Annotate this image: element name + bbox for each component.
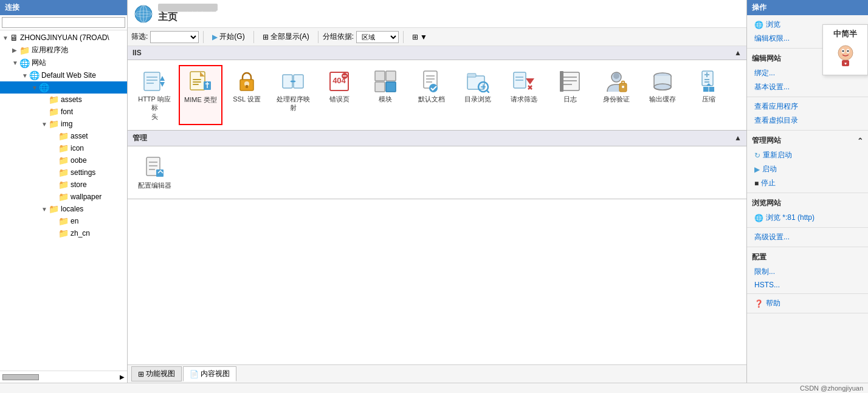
- globe-icon: 🌐: [19, 58, 30, 68]
- logging-label: 日志: [563, 95, 577, 103]
- tree-item-wallpaper[interactable]: ▶ 📁 wallpaper: [0, 191, 127, 203]
- config-editor-label: 配置编辑器: [138, 181, 171, 190]
- restart-label: 重新启动: [763, 150, 792, 160]
- action-help[interactable]: ❓ 帮助: [747, 296, 868, 310]
- ssl-label: SSL 设置: [233, 95, 260, 103]
- feature-view-icon: ⊞: [138, 370, 144, 378]
- grid-icon: ⊞: [412, 33, 418, 41]
- action-stop[interactable]: ■ 停止: [747, 176, 868, 190]
- icon-request-filter[interactable]: 请求筛选: [502, 65, 546, 125]
- tree-item-font[interactable]: ▶ 📁 font: [0, 106, 127, 118]
- horizontal-scrollbar-thumb[interactable]: [2, 374, 39, 380]
- icon-output-cache[interactable]: 输出缓存: [641, 65, 684, 125]
- tree-item-store[interactable]: ▶ 📁 store: [0, 179, 127, 191]
- credit-text: CSDN @zhongjiyuan: [800, 384, 863, 392]
- tree-item-defaultwebsite[interactable]: ▼ 🌐 Default Web Site: [0, 69, 127, 81]
- sidebar-search-input[interactable]: [2, 17, 125, 28]
- folder-icon: 📁: [58, 168, 69, 177]
- action-limits[interactable]: 限制...: [747, 265, 868, 279]
- tree-item-current-site[interactable]: ▼ 🌐: [0, 81, 127, 94]
- config-section-header: 配置: [747, 250, 868, 265]
- tree-item-asset[interactable]: ▶ 📁 asset: [0, 130, 127, 142]
- svg-rect-52: [561, 72, 579, 91]
- right-section-config: 配置 限制... HSTS...: [747, 247, 868, 294]
- icon-mime-types[interactable]: MIME 类型: [179, 65, 222, 125]
- right-section-manage-site: 管理网站 ⌃ ↻ 重新启动 ▶ 启动 ■ 停止: [747, 131, 868, 193]
- output-cache-label: 输出缓存: [649, 95, 676, 103]
- right-panel-title: 操作: [747, 0, 868, 15]
- icon-config-editor[interactable]: 配置编辑器: [133, 151, 176, 194]
- tree-item-zhcn[interactable]: ▶ 📁 zh_cn: [0, 227, 127, 239]
- icon-http-headers[interactable]: HTTP 响应标头: [133, 65, 176, 125]
- action-advanced-settings[interactable]: 高级设置...: [747, 230, 868, 244]
- action-start[interactable]: ▶ 启动: [747, 162, 868, 176]
- tree-item-settings[interactable]: ▶ 📁 settings: [0, 166, 127, 179]
- right-panel: 操作 🌐 浏览 编辑权限... 编辑网站 绑定...: [746, 0, 868, 383]
- tab-content-view[interactable]: 📄 内容视图: [183, 366, 236, 381]
- action-basic-settings[interactable]: 基本设置...: [747, 80, 868, 94]
- iis-icons-grid: HTTP 响应标头: [128, 60, 746, 130]
- logging-icon: [558, 69, 582, 94]
- icon-error-pages[interactable]: 404 错误页: [317, 65, 361, 125]
- sidebar-scrollbar[interactable]: ▶: [0, 371, 127, 383]
- tree-item-assets[interactable]: ▶ 📁 assets: [0, 94, 127, 106]
- icon-compression[interactable]: 压缩: [687, 65, 731, 125]
- page-title: 主页: [158, 11, 218, 24]
- stop-icon: ■: [754, 179, 759, 188]
- sidebar-tree: ▼ 🖥 ZHONGJINYUAN (7ROAD\ ▶ 📁 应用程序池 ▼ 🌐 网…: [0, 30, 127, 371]
- tree-item-zhongjinyuan[interactable]: ▼ 🖥 ZHONGJINYUAN (7ROAD\: [0, 32, 127, 44]
- sidebar-expand-arrow[interactable]: ▶: [120, 374, 125, 380]
- icon-ssl[interactable]: SSL 设置: [225, 65, 269, 125]
- modules-label: 模块: [379, 95, 392, 103]
- right-section-advanced: 高级设置...: [747, 228, 868, 247]
- request-filter-icon: [512, 69, 536, 94]
- tree-item-website[interactable]: ▼ 🌐 网站: [0, 56, 127, 69]
- tree-item-apppool[interactable]: ▶ 📁 应用程序池: [0, 44, 127, 56]
- right-section-help: ❓ 帮助: [747, 294, 868, 313]
- icon-handler[interactable]: 处理程序映射: [271, 65, 315, 125]
- action-browse-81[interactable]: 🌐 浏览 *:81 (http): [747, 211, 868, 225]
- icon-auth[interactable]: 身份验证: [594, 65, 638, 125]
- tree-label: Default Web Site: [41, 71, 96, 80]
- iis-collapse-icon: ▲: [734, 49, 742, 57]
- icon-logging[interactable]: 日志: [548, 65, 592, 125]
- tree-item-en[interactable]: ▶ 📁 en: [0, 215, 127, 227]
- tree-arrow: ▼: [12, 60, 19, 66]
- show-all-label: 全部显示(A): [270, 32, 309, 42]
- tree-item-icon[interactable]: ▶ 📁 icon: [0, 142, 127, 154]
- folder-icon: 📁: [19, 46, 30, 55]
- manage-section-header[interactable]: 管理 ▲: [128, 131, 746, 146]
- right-section-view: 查看应用程序 查看虚拟目录: [747, 97, 868, 131]
- manage-icons-grid: 配置编辑器: [128, 146, 746, 199]
- feature-view-label: 功能视图: [146, 369, 175, 379]
- grid-view-button[interactable]: ⊞ ▼: [408, 31, 432, 43]
- filter-select[interactable]: [150, 31, 199, 43]
- header-url: ████████████: [158, 4, 218, 11]
- svg-rect-32: [386, 71, 396, 81]
- separator: [403, 31, 404, 43]
- action-view-dir[interactable]: 查看虚拟目录: [747, 114, 868, 128]
- action-hsts[interactable]: HSTS...: [747, 279, 868, 291]
- tree-item-oobe[interactable]: ▶ 📁 oobe: [0, 154, 127, 166]
- group-select[interactable]: 区域: [356, 31, 399, 43]
- show-all-button[interactable]: ⊞ 全部显示(A): [258, 30, 314, 44]
- tree-label: settings: [71, 168, 95, 177]
- tab-feature-view[interactable]: ⊞ 功能视图: [131, 366, 182, 381]
- action-restart[interactable]: ↻ 重新启动: [747, 148, 868, 162]
- iis-section-header[interactable]: IIS ▲: [128, 46, 746, 60]
- folder-icon: 📁: [49, 119, 59, 129]
- icon-default-doc[interactable]: 默认文档: [410, 65, 453, 125]
- manage-section-title: 管理: [133, 133, 147, 143]
- svg-rect-34: [386, 82, 396, 92]
- tree-arrow: ▼: [22, 72, 29, 79]
- action-view-app[interactable]: 查看应用程序: [747, 100, 868, 114]
- manage-site-header[interactable]: 管理网站 ⌃: [747, 133, 868, 148]
- tree-item-img[interactable]: ▼ 📁 img: [0, 118, 127, 130]
- start-button[interactable]: ▶ 开始(G): [208, 30, 249, 44]
- stop-label: 停止: [761, 178, 776, 188]
- handler-label: 处理程序映射: [277, 95, 310, 112]
- tree-label: locales: [61, 205, 83, 213]
- icon-modules[interactable]: 模块: [363, 65, 407, 125]
- tree-item-locales[interactable]: ▼ 📁 locales: [0, 203, 127, 215]
- icon-dir-browse[interactable]: 目录浏览: [456, 65, 500, 125]
